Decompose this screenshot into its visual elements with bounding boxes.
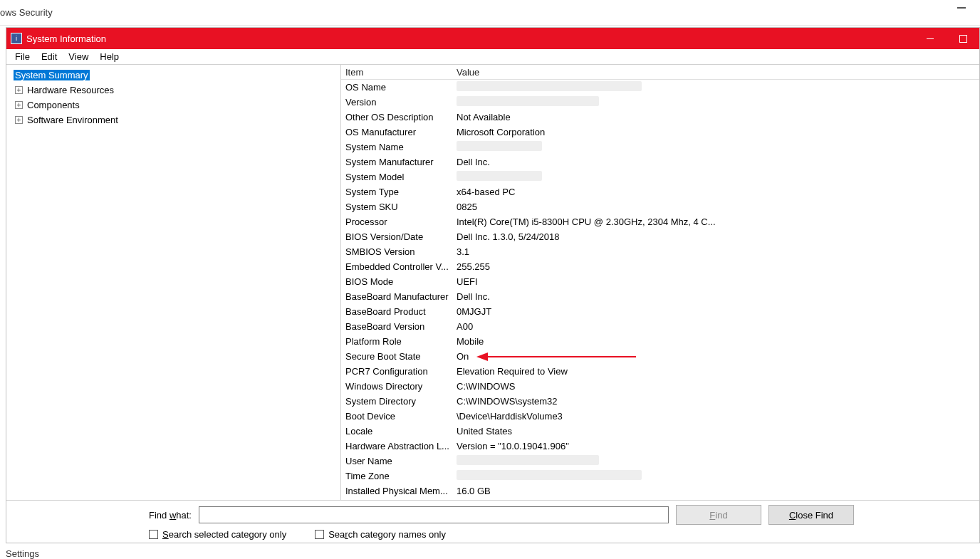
find-button[interactable]: Find [676,505,761,525]
checkbox-icon[interactable] [315,530,324,539]
row-item: Locale [345,426,457,437]
tree-item-components[interactable]: + Components [6,98,340,113]
details-pane[interactable]: Item Value OS NameVersionOther OS Descri… [341,65,979,500]
row-value: Dell Inc. [457,157,979,167]
background-minimize-icon [957,7,966,9]
row-item: System Model [345,172,457,182]
details-row[interactable]: OS Name [341,80,979,95]
minimize-button[interactable] [914,28,947,49]
close-find-button[interactable]: Close Find [768,505,854,525]
row-value [457,96,979,108]
row-item: SMBIOS Version [345,246,457,257]
category-tree[interactable]: System Summary + Hardware Resources + Co… [6,65,341,500]
details-row[interactable]: Secure Boot StateOn [341,349,979,364]
details-row[interactable]: SMBIOS Version3.1 [341,244,979,259]
details-row[interactable]: BIOS ModeUEFI [341,274,979,289]
row-item: Hardware Abstraction L... [345,441,457,451]
row-item: Other OS Description [345,112,457,122]
details-row[interactable]: Platform RoleMobile [341,334,979,349]
expand-icon[interactable]: + [15,86,23,94]
row-item: Embedded Controller V... [345,261,457,272]
app-icon: i [11,33,22,44]
row-value: C:\WINDOWS\system32 [457,396,979,407]
expand-icon[interactable]: + [15,116,23,124]
row-value: 3.1 [457,246,979,257]
details-row[interactable]: System Name [341,140,979,155]
row-value: 0MJGJT [457,306,979,317]
checkbox-icon[interactable] [149,530,158,539]
row-value: Microsoft Corporation [457,127,979,137]
details-header[interactable]: Item Value [341,65,979,80]
tree-item-hardware-resources[interactable]: + Hardware Resources [6,83,340,98]
expand-icon[interactable]: + [15,101,23,109]
row-item: Time Zone [345,471,457,481]
menu-edit[interactable]: Edit [36,50,63,63]
details-row[interactable]: BaseBoard VersionA00 [341,319,979,334]
menu-file[interactable]: File [9,50,36,63]
search-category-names-checkbox[interactable]: Search category names only [315,529,446,540]
row-item: System Manufacturer [345,157,457,167]
row-value [457,470,979,482]
details-row[interactable]: BaseBoard ManufacturerDell Inc. [341,289,979,304]
search-selected-category-checkbox[interactable]: Search selected category only [149,529,286,540]
row-value: Dell Inc. [457,291,979,302]
row-item: Windows Directory [345,381,457,392]
row-item: System Directory [345,396,457,407]
details-row[interactable]: LocaleUnited States [341,424,979,439]
row-value: 16.0 GB [457,486,979,496]
row-item: System Type [345,187,457,197]
row-value: Intel(R) Core(TM) i5-8300H CPU @ 2.30GHz… [457,216,979,227]
row-value: UEFI [457,276,979,287]
find-input[interactable] [199,506,669,523]
row-value [457,455,979,467]
window-title: System Information [26,33,106,44]
details-row[interactable]: BaseBoard Product0MJGJT [341,304,979,319]
row-item: BIOS Version/Date [345,231,457,242]
menu-view[interactable]: View [63,50,94,63]
row-value: Elevation Required to View [457,366,979,377]
header-item[interactable]: Item [345,67,457,78]
details-row[interactable]: Other OS DescriptionNot Available [341,110,979,125]
menu-help[interactable]: Help [94,50,125,63]
header-value[interactable]: Value [457,67,979,78]
details-row[interactable]: Boot Device\Device\HarddiskVolume3 [341,409,979,424]
system-information-window: i System Information File Edit View Help… [6,27,980,543]
details-row[interactable]: Windows DirectoryC:\WINDOWS [341,379,979,394]
details-row[interactable]: ProcessorIntel(R) Core(TM) i5-8300H CPU … [341,214,979,229]
row-value: Not Available [457,112,979,122]
details-row[interactable]: BIOS Version/DateDell Inc. 1.3.0, 5/24/2… [341,229,979,244]
background-bottom-text: Settings [6,548,39,559]
details-row[interactable]: User Name [341,454,979,469]
find-label: Find what: [149,510,192,521]
details-row[interactable]: System ManufacturerDell Inc. [341,155,979,169]
maximize-button[interactable] [947,28,979,49]
details-row[interactable]: System Typex64-based PC [341,184,979,199]
row-item: BaseBoard Version [345,321,457,332]
details-row[interactable]: System SKU0825 [341,199,979,214]
row-value: A00 [457,321,979,332]
row-item: PCR7 Configuration [345,366,457,377]
row-value: x64-based PC [457,187,979,197]
row-value: Dell Inc. 1.3.0, 5/24/2018 [457,231,979,242]
details-row[interactable]: OS ManufacturerMicrosoft Corporation [341,125,979,140]
row-value [457,171,979,183]
row-value: \Device\HarddiskVolume3 [457,411,979,422]
row-value [457,141,979,153]
details-row[interactable]: Installed Physical Mem...16.0 GB [341,484,979,498]
row-item: OS Manufacturer [345,127,457,137]
row-value: 255.255 [457,261,979,272]
row-item: Version [345,97,457,108]
details-row[interactable]: PCR7 ConfigurationElevation Required to … [341,364,979,379]
details-row[interactable]: Time Zone [341,469,979,484]
details-row[interactable]: Version [341,95,979,110]
background-window-title: ows Security [0,0,980,26]
row-item: BaseBoard Product [345,306,457,317]
tree-item-software-environment[interactable]: + Software Environment [6,113,340,127]
details-row[interactable]: Embedded Controller V...255.255 [341,259,979,274]
titlebar[interactable]: i System Information [6,28,979,49]
details-row[interactable]: System DirectoryC:\WINDOWS\system32 [341,394,979,409]
details-row[interactable]: System Model [341,169,979,184]
tree-item-system-summary[interactable]: System Summary [6,68,340,83]
details-row[interactable]: Hardware Abstraction L...Version = "10.0… [341,439,979,454]
row-item: BIOS Mode [345,276,457,287]
